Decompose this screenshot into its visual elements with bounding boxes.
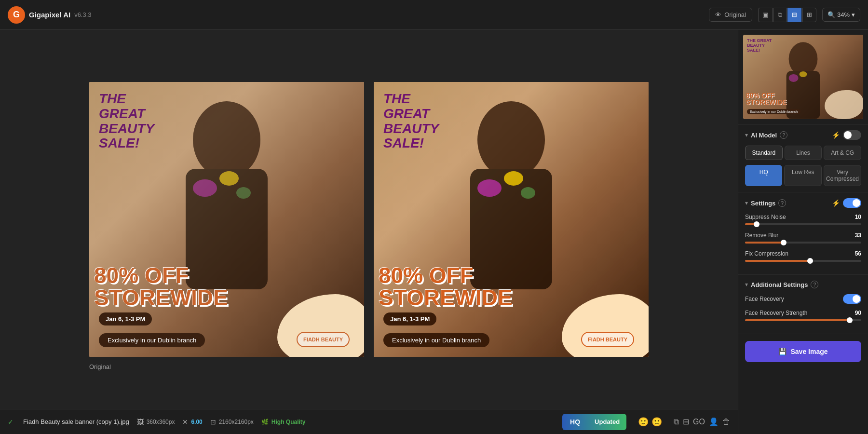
face-recovery-strength-label-row: Face Recovery Strength 90 bbox=[745, 310, 861, 316]
settings-title-row: ▾ Settings ? bbox=[745, 199, 786, 207]
additional-settings-title-row: ▾ Additional Settings ? bbox=[745, 281, 818, 288]
fix-compression-slider-container bbox=[745, 260, 861, 262]
fix-compression-thumb[interactable] bbox=[807, 258, 813, 264]
hq-label: HQ bbox=[562, 418, 588, 426]
chevron-down-icon: ▾ bbox=[852, 11, 855, 18]
filename-label: Fiadh Beauty sale banner (copy 1).jpg bbox=[23, 418, 129, 425]
face-recovery-row: Face Recovery bbox=[745, 294, 861, 304]
hq-tab[interactable]: HQ bbox=[745, 165, 782, 186]
main-content: THE GREAT BEAUTY SALE! 80% OFF STOREWIDE… bbox=[0, 30, 868, 434]
quality-badge: 🌿 High Quality bbox=[261, 419, 306, 425]
toggle-knob bbox=[844, 131, 852, 139]
zoom-value: 34% bbox=[837, 11, 850, 18]
additional-settings-header: ▾ Additional Settings ? bbox=[745, 281, 861, 288]
ai-model-chevron[interactable]: ▾ bbox=[745, 132, 748, 138]
fix-compression-fill bbox=[745, 260, 810, 262]
ad-address-badge: Exclusively in our Dublin branch bbox=[99, 333, 205, 347]
additional-settings-section: ▾ Additional Settings ? Face Recovery Fa… bbox=[738, 275, 868, 334]
additional-settings-help-icon[interactable]: ? bbox=[811, 281, 818, 288]
thumb-blob bbox=[825, 90, 863, 119]
remove-blur-fill bbox=[745, 242, 784, 244]
single-view-button[interactable]: ▣ bbox=[758, 8, 773, 22]
svg-point-4 bbox=[236, 187, 251, 199]
side-by-side-button[interactable]: ⊟ bbox=[787, 8, 801, 22]
low-res-tab[interactable]: Low Res bbox=[784, 165, 821, 186]
split-view-button[interactable]: ⧉ bbox=[773, 8, 787, 22]
suppress-noise-slider-container bbox=[745, 223, 861, 225]
suppress-noise-row: Suppress Noise 10 bbox=[745, 214, 861, 225]
action-icons: ⧉ ⊟ GO 👤 🗑 bbox=[674, 417, 730, 426]
person-button[interactable]: 👤 bbox=[709, 417, 719, 426]
thumbs-down-button[interactable]: 🙁 bbox=[651, 417, 662, 427]
ai-model-label: AI Model bbox=[751, 132, 777, 139]
ai-model-section: ▾ AI Model ? ⚡ Standard Lines bbox=[738, 124, 868, 192]
standard-tab[interactable]: Standard bbox=[745, 146, 783, 160]
thumbs-up-button[interactable]: 🙂 bbox=[638, 417, 649, 427]
remove-blur-value: 33 bbox=[855, 232, 861, 239]
logo-area: G Gigapixel AI v6.3.3 bbox=[8, 6, 92, 24]
ai-model-help-icon[interactable]: ? bbox=[780, 131, 787, 139]
save-image-button[interactable]: 💾 Save Image bbox=[745, 341, 861, 362]
original-ad-image: THE GREAT BEAUTY SALE! 80% OFF STOREWIDE… bbox=[89, 82, 364, 357]
suppress-noise-thumb[interactable] bbox=[754, 221, 760, 227]
ad-logo-badge: FIADH BEAUTY bbox=[297, 332, 350, 347]
save-icon: 💾 bbox=[778, 348, 787, 355]
fix-compression-value: 56 bbox=[855, 250, 861, 257]
go-button[interactable]: GO bbox=[693, 417, 705, 426]
settings-toggle[interactable] bbox=[843, 198, 861, 208]
ad-date-badge-processed: Jan 6, 1-3 PM bbox=[383, 312, 436, 326]
view-mode-group: ▣ ⧉ ⊟ ⊞ bbox=[758, 8, 816, 22]
remove-blur-row: Remove Blur 33 bbox=[745, 232, 861, 244]
art-cg-tab[interactable]: Art & CG bbox=[824, 146, 861, 160]
ad-title-text: THE GREAT BEAUTY SALE! bbox=[99, 92, 154, 151]
face-recovery-toggle[interactable] bbox=[843, 294, 861, 304]
settings-lightning-icon: ⚡ bbox=[832, 199, 840, 207]
remove-blur-thumb[interactable] bbox=[781, 240, 787, 245]
additional-settings-chevron[interactable]: ▾ bbox=[745, 281, 748, 288]
zoom-control[interactable]: 🔍 34% ▾ bbox=[822, 8, 860, 22]
scale-value: 6.00 bbox=[191, 419, 202, 425]
settings-section: ▾ Settings ? ⚡ Suppress Noise 10 bbox=[738, 192, 868, 275]
fix-compression-row: Fix Compression 56 bbox=[745, 250, 861, 262]
output-size-value: 2160x2160px bbox=[219, 419, 254, 425]
settings-header: ▾ Settings ? ⚡ bbox=[745, 198, 861, 208]
svg-point-8 bbox=[504, 171, 523, 186]
grid-view-button[interactable]: ⊞ bbox=[802, 8, 816, 22]
scale-icon: ✕ bbox=[182, 418, 188, 426]
model-tabs: Standard Lines Art & CG bbox=[745, 146, 861, 160]
bottom-status-bar: ✓ Fiadh Beauty sale banner (copy 1).jpg … bbox=[0, 409, 738, 434]
original-image-wrapper: THE GREAT BEAUTY SALE! 80% OFF STOREWIDE… bbox=[89, 82, 364, 357]
original-button[interactable]: 👁 Original bbox=[709, 8, 752, 22]
lines-tab[interactable]: Lines bbox=[785, 146, 822, 160]
quality-tabs: HQ Low Res Very Compressed bbox=[745, 165, 861, 186]
settings-toggle-knob bbox=[853, 199, 860, 207]
face-recovery-strength-thumb[interactable] bbox=[847, 317, 853, 323]
source-size-value: 360x360px bbox=[147, 419, 175, 425]
compare-button[interactable]: ⊟ bbox=[683, 417, 689, 426]
suppress-noise-label: Suppress Noise bbox=[745, 214, 786, 220]
layers-button[interactable]: ⧉ bbox=[674, 417, 679, 426]
thumb-title-text: THE GREATBEAUTYSALE! bbox=[747, 39, 772, 53]
zoom-icon: 🔍 bbox=[827, 11, 835, 18]
output-icon: ⊡ bbox=[210, 418, 216, 426]
ad-logo-badge-processed: FIADH BEAUTY bbox=[581, 332, 634, 347]
source-size-meta: 🖼 360x360px bbox=[137, 418, 175, 426]
images-container: THE GREAT BEAUTY SALE! 80% OFF STOREWIDE… bbox=[0, 30, 738, 409]
delete-button[interactable]: 🗑 bbox=[722, 417, 730, 426]
fix-compression-label-row: Fix Compression 56 bbox=[745, 250, 861, 257]
remove-blur-slider-container bbox=[745, 242, 861, 244]
updated-label: Updated bbox=[588, 418, 626, 425]
suppress-noise-value: 10 bbox=[855, 214, 861, 220]
image-icon: 🖼 bbox=[137, 418, 144, 426]
settings-chevron[interactable]: ▾ bbox=[745, 200, 748, 206]
settings-help-icon[interactable]: ? bbox=[778, 199, 786, 207]
ai-model-toggle[interactable] bbox=[843, 130, 861, 140]
eye-icon: 👁 bbox=[715, 11, 721, 18]
thumbnail-area: THE GREATBEAUTYSALE! 80% OFFSTOREWIDE Ex… bbox=[738, 30, 868, 124]
settings-toggle-group: ⚡ bbox=[832, 198, 861, 208]
app-header: G Gigapixel AI v6.3.3 👁 Original ▣ ⧉ ⊟ ⊞… bbox=[0, 0, 868, 30]
very-compressed-tab[interactable]: Very Compressed bbox=[824, 165, 861, 186]
processed-image-wrapper: THE GREAT BEAUTY SALE! 80% OFF STOREWIDE… bbox=[374, 82, 649, 357]
right-settings-panel: THE GREATBEAUTYSALE! 80% OFFSTOREWIDE Ex… bbox=[738, 30, 868, 434]
ad-discount-text-processed: 80% OFF STOREWIDE bbox=[379, 264, 513, 309]
